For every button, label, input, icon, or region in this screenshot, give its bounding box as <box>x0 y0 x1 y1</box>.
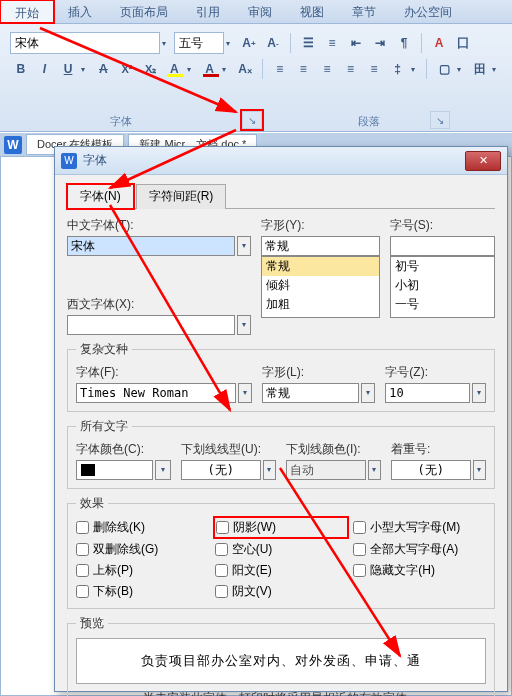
chevron-down-icon: ▾ <box>368 460 382 480</box>
tab-chapter[interactable]: 章节 <box>338 0 390 23</box>
italic-button[interactable]: I <box>34 58 56 80</box>
style-a-button[interactable]: A <box>428 32 450 54</box>
chevron-down-icon[interactable]: ▾ <box>361 383 375 403</box>
style-list[interactable]: 常规 倾斜 加粗 <box>261 256 379 318</box>
size-list[interactable]: 初号 小初 一号 <box>390 256 495 318</box>
borders-button[interactable]: 田 <box>469 58 491 80</box>
bullets-button[interactable]: ☰ <box>297 32 319 54</box>
chevron-down-icon[interactable]: ▾ <box>162 39 172 48</box>
chk-hollow[interactable]: 空心(U) <box>215 541 348 558</box>
chk-strike[interactable]: 删除线(K) <box>76 518 209 537</box>
clear-format-button[interactable]: Aₓ <box>234 58 256 80</box>
chevron-down-icon[interactable]: ▾ <box>457 65 467 74</box>
chevron-down-icon[interactable]: ▾ <box>263 460 277 480</box>
indent-inc-button[interactable]: ⇥ <box>369 32 391 54</box>
style-b-button[interactable]: 囗 <box>452 32 474 54</box>
super-button[interactable]: X² <box>116 58 138 80</box>
tab-view[interactable]: 视图 <box>286 0 338 23</box>
para-dialog-launcher[interactable]: ↘ <box>430 111 450 129</box>
emphasis-label: 着重号: <box>391 441 486 458</box>
align-left-button[interactable]: ≡ <box>269 58 291 80</box>
ribbon-tabs: 开始 插入 页面布局 引用 审阅 视图 章节 办公空间 <box>0 0 512 24</box>
grow-font-button[interactable]: A+ <box>238 32 260 54</box>
emphasis-combo[interactable] <box>391 460 471 480</box>
shrink-font-button[interactable]: A- <box>262 32 284 54</box>
chevron-down-icon[interactable]: ▾ <box>492 65 502 74</box>
dlg-tab-font[interactable]: 字体(N) <box>67 184 134 209</box>
style-input[interactable] <box>261 236 379 256</box>
numbering-button[interactable]: ≡ <box>321 32 343 54</box>
tab-ref[interactable]: 引用 <box>182 0 234 23</box>
chevron-down-icon[interactable]: ▾ <box>411 65 421 74</box>
chevron-down-icon[interactable]: ▾ <box>472 383 486 403</box>
chk-dstrike[interactable]: 双删除线(G) <box>76 541 209 558</box>
color-label: 字体颜色(C): <box>76 441 171 458</box>
font-dialog: W 字体 ✕ 字体(N) 字符间距(R) 中文字体(T): ▾ 西文字体(X):… <box>54 146 508 692</box>
highlight-button[interactable]: A <box>163 58 185 80</box>
align-right-button[interactable]: ≡ <box>316 58 338 80</box>
indent-dec-button[interactable]: ⇤ <box>345 32 367 54</box>
preview-note: 尚未安装此字体，打印时将采用最相近的有效字体。 <box>76 690 486 696</box>
tab-layout[interactable]: 页面布局 <box>106 0 182 23</box>
tab-review[interactable]: 审阅 <box>234 0 286 23</box>
size-input[interactable] <box>390 236 495 256</box>
chk-sub[interactable]: 下标(B) <box>76 583 209 600</box>
chk-emboss[interactable]: 阳文(E) <box>215 562 348 579</box>
shading-button[interactable]: ▢ <box>433 58 455 80</box>
font-color-button[interactable]: A <box>199 58 221 80</box>
dialog-tabs: 字体(N) 字符间距(R) <box>67 183 495 209</box>
chk-super[interactable]: 上标(P) <box>76 562 209 579</box>
chevron-down-icon[interactable]: ▾ <box>473 460 487 480</box>
c-style-combo[interactable] <box>262 383 359 403</box>
sub-button[interactable]: X₂ <box>140 58 162 80</box>
preview-legend: 预览 <box>76 615 108 632</box>
style-label: 字形(Y): <box>261 217 379 234</box>
dialog-title: 字体 <box>83 152 465 169</box>
chk-smallcaps[interactable]: 小型大写字母(M) <box>353 518 486 537</box>
app-icon[interactable]: W <box>4 136 22 154</box>
underline-button[interactable]: U <box>57 58 79 80</box>
chevron-down-icon[interactable]: ▾ <box>187 65 197 74</box>
group-font-label: 字体 <box>110 114 132 129</box>
bold-button[interactable]: B <box>10 58 32 80</box>
line-spacing-button[interactable]: ‡ <box>387 58 409 80</box>
c-font-combo[interactable] <box>76 383 236 403</box>
complex-legend: 复杂文种 <box>76 341 132 358</box>
chevron-down-icon[interactable]: ▾ <box>237 315 252 335</box>
font-dialog-launcher[interactable]: ↘ <box>242 111 262 129</box>
align-dist-button[interactable]: ≡ <box>363 58 385 80</box>
strike-button[interactable]: A <box>93 58 115 80</box>
para-button[interactable]: ¶ <box>393 32 415 54</box>
chevron-down-icon[interactable]: ▾ <box>226 39 236 48</box>
group-para-label: 段落 <box>358 114 380 129</box>
chevron-down-icon[interactable]: ▾ <box>155 460 171 480</box>
chk-shadow[interactable]: 阴影(W) <box>215 518 348 537</box>
cn-font-combo[interactable] <box>67 236 235 256</box>
chk-allcaps[interactable]: 全部大写字母(A) <box>353 541 486 558</box>
font-size-combo[interactable]: 五号 <box>174 32 224 54</box>
underline-combo[interactable] <box>181 460 261 480</box>
tab-insert[interactable]: 插入 <box>54 0 106 23</box>
cn-font-label: 中文字体(T): <box>67 217 251 234</box>
size-label: 字号(S): <box>390 217 495 234</box>
west-font-combo[interactable] <box>67 315 235 335</box>
chk-engrave[interactable]: 阴文(V) <box>215 583 348 600</box>
chevron-down-icon[interactable]: ▾ <box>237 236 252 256</box>
underline-label: 下划线线型(U): <box>181 441 276 458</box>
dialog-titlebar[interactable]: W 字体 ✕ <box>55 147 507 175</box>
align-justify-button[interactable]: ≡ <box>340 58 362 80</box>
close-button[interactable]: ✕ <box>465 151 501 171</box>
dlg-tab-spacing[interactable]: 字符间距(R) <box>136 184 227 209</box>
chevron-down-icon[interactable]: ▾ <box>238 383 253 403</box>
c-size-combo[interactable] <box>385 383 470 403</box>
font-name-combo[interactable]: 宋体 <box>10 32 160 54</box>
word-icon: W <box>61 153 77 169</box>
chevron-down-icon[interactable]: ▾ <box>222 65 232 74</box>
tab-start[interactable]: 开始 <box>0 0 54 23</box>
chk-hidden[interactable]: 隐藏文字(H) <box>353 562 486 579</box>
align-center-button[interactable]: ≡ <box>292 58 314 80</box>
tab-office[interactable]: 办公空间 <box>390 0 466 23</box>
chevron-down-icon[interactable]: ▾ <box>81 65 91 74</box>
ul-color-combo <box>286 460 366 480</box>
c-style-label: 字形(L): <box>262 364 375 381</box>
